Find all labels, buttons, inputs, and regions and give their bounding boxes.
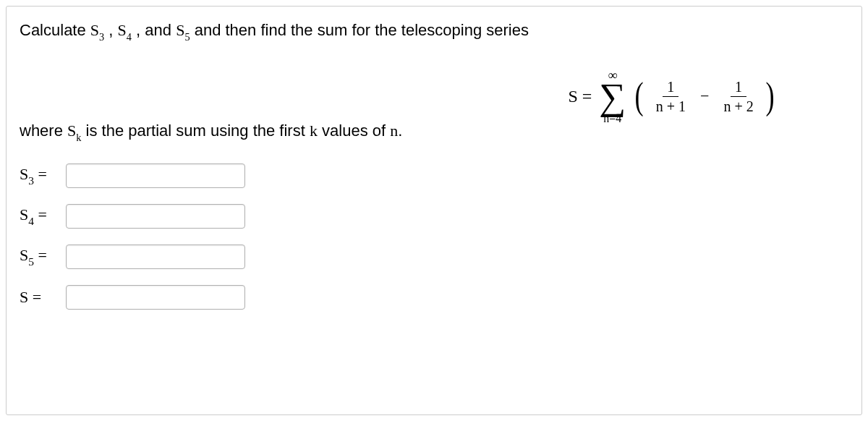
row-s5: S5 = bbox=[20, 244, 848, 269]
var-s4: S4 bbox=[118, 21, 132, 39]
frac1-numerator: 1 bbox=[663, 79, 678, 97]
input-s3[interactable] bbox=[66, 163, 245, 188]
instruction-text: Calculate S3 , S4 , and S5 and then find… bbox=[20, 21, 848, 42]
label-s4: S4 = bbox=[20, 205, 57, 226]
frac2-numerator: 1 bbox=[731, 79, 746, 97]
var-sk: Sk bbox=[67, 122, 81, 140]
explain-pre: where bbox=[20, 122, 67, 140]
instruction-pre: Calculate bbox=[20, 21, 90, 39]
explain-mid: is the partial sum using the first bbox=[81, 122, 309, 140]
close-paren-icon: ) bbox=[765, 80, 774, 114]
formula-lhs: S = bbox=[568, 87, 592, 106]
sigma-lower-limit: n=4 bbox=[603, 113, 621, 124]
minus-sign: − bbox=[696, 87, 713, 106]
fraction-1: 1 n + 1 bbox=[653, 79, 689, 114]
sigma-icon: ∑ bbox=[599, 80, 626, 114]
frac1-denominator: n + 1 bbox=[656, 97, 686, 114]
row-s4: S4 = bbox=[20, 204, 848, 229]
input-s[interactable] bbox=[66, 285, 245, 310]
input-s5[interactable] bbox=[66, 244, 245, 269]
var-s3: S3 bbox=[90, 21, 104, 39]
row-s: S = bbox=[20, 285, 848, 310]
explain-end: . bbox=[398, 122, 402, 140]
sigma-block: ∞ ∑ n=4 bbox=[599, 69, 626, 124]
comma: , bbox=[104, 21, 117, 39]
instruction-post: and then find the sum for the telescopin… bbox=[190, 21, 529, 39]
series-formula: S = ∞ ∑ n=4 ( 1 n + 1 − 1 n + 2 ) bbox=[568, 69, 776, 124]
var-s5: S5 bbox=[176, 21, 190, 39]
input-s4[interactable] bbox=[66, 204, 245, 229]
explain-text: where Sk is the partial sum using the fi… bbox=[20, 122, 848, 143]
var-n: n bbox=[390, 122, 398, 140]
comma-and: , and bbox=[132, 21, 176, 39]
label-s: S = bbox=[20, 288, 57, 307]
var-k: k bbox=[310, 122, 318, 140]
frac2-denominator: n + 2 bbox=[723, 97, 753, 114]
fraction-2: 1 n + 2 bbox=[720, 79, 756, 114]
label-s3: S3 = bbox=[20, 165, 57, 186]
row-s3: S3 = bbox=[20, 163, 848, 188]
question-panel: Calculate S3 , S4 , and S5 and then find… bbox=[6, 6, 862, 415]
open-paren-icon: ( bbox=[635, 80, 644, 114]
explain-mid2: values of bbox=[318, 122, 390, 140]
label-s5: S5 = bbox=[20, 246, 57, 267]
